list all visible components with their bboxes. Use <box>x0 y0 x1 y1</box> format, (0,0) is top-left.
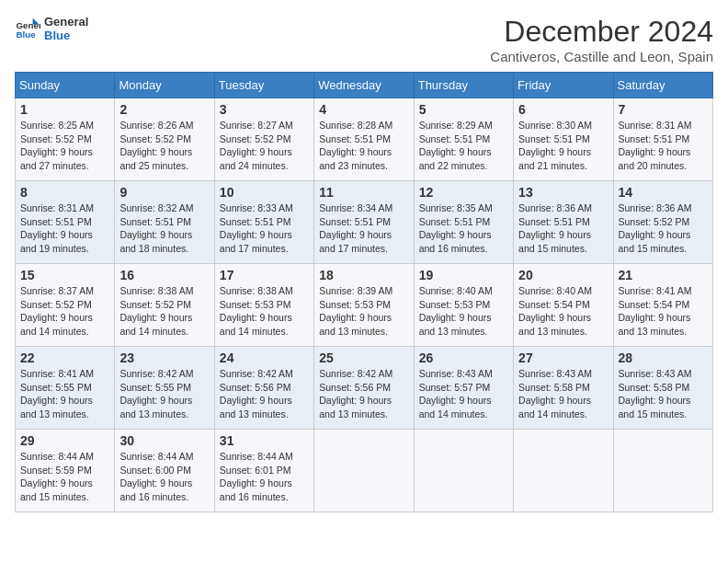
day-number: 5 <box>419 102 508 117</box>
list-item <box>514 430 613 512</box>
table-row: 22 Sunrise: 8:41 AM Sunset: 5:55 PM Dayl… <box>16 347 713 430</box>
day-number: 29 <box>20 433 109 448</box>
list-item: 1 Sunrise: 8:25 AM Sunset: 5:52 PM Dayli… <box>16 98 115 181</box>
day-number: 27 <box>518 350 608 365</box>
day-info: Sunrise: 8:43 AM Sunset: 5:58 PM Dayligh… <box>619 367 708 421</box>
day-info: Sunrise: 8:32 AM Sunset: 5:51 PM Dayligh… <box>119 201 209 256</box>
day-number: 6 <box>518 102 608 117</box>
col-thursday: Thursday <box>414 73 513 98</box>
table-row: 1 Sunrise: 8:25 AM Sunset: 5:52 PM Dayli… <box>16 98 713 181</box>
col-tuesday: Tuesday <box>214 73 313 98</box>
list-item: 4 Sunrise: 8:28 AM Sunset: 5:51 PM Dayli… <box>314 98 414 181</box>
list-item: 14 Sunrise: 8:36 AM Sunset: 5:52 PM Dayl… <box>613 181 712 264</box>
day-number: 14 <box>619 185 708 200</box>
logo: General Blue General Blue <box>15 15 88 42</box>
day-info: Sunrise: 8:27 AM Sunset: 5:52 PM Dayligh… <box>220 119 309 173</box>
day-number: 1 <box>20 102 109 117</box>
day-number: 31 <box>220 433 309 448</box>
list-item: 8 Sunrise: 8:31 AM Sunset: 5:51 PM Dayli… <box>16 181 115 264</box>
list-item: 13 Sunrise: 8:36 AM Sunset: 5:51 PM Dayl… <box>514 181 613 264</box>
list-item: 20 Sunrise: 8:40 AM Sunset: 5:54 PM Dayl… <box>514 264 613 347</box>
header-row: Sunday Monday Tuesday Wednesday Thursday… <box>16 73 713 98</box>
day-info: Sunrise: 8:38 AM Sunset: 5:52 PM Dayligh… <box>119 284 209 339</box>
day-info: Sunrise: 8:33 AM Sunset: 5:51 PM Dayligh… <box>220 201 309 256</box>
list-item: 26 Sunrise: 8:43 AM Sunset: 5:57 PM Dayl… <box>414 347 513 430</box>
list-item: 24 Sunrise: 8:42 AM Sunset: 5:56 PM Dayl… <box>214 347 313 430</box>
list-item <box>414 430 513 512</box>
day-info: Sunrise: 8:40 AM Sunset: 5:53 PM Dayligh… <box>419 284 508 339</box>
day-info: Sunrise: 8:44 AM Sunset: 5:59 PM Dayligh… <box>20 450 109 504</box>
title-area: December 2024 Cantiveros, Castille and L… <box>490 15 713 64</box>
day-info: Sunrise: 8:31 AM Sunset: 5:51 PM Dayligh… <box>619 119 708 173</box>
list-item: 28 Sunrise: 8:43 AM Sunset: 5:58 PM Dayl… <box>613 347 712 430</box>
col-saturday: Saturday <box>613 73 712 98</box>
day-info: Sunrise: 8:42 AM Sunset: 5:56 PM Dayligh… <box>220 367 309 421</box>
day-info: Sunrise: 8:41 AM Sunset: 5:55 PM Dayligh… <box>20 367 109 421</box>
day-number: 16 <box>119 268 209 282</box>
list-item: 17 Sunrise: 8:38 AM Sunset: 5:53 PM Dayl… <box>214 264 313 347</box>
list-item: 6 Sunrise: 8:30 AM Sunset: 5:51 PM Dayli… <box>514 98 613 181</box>
header: General Blue General Blue December 2024 … <box>15 15 713 64</box>
day-number: 20 <box>518 268 608 282</box>
list-item: 23 Sunrise: 8:42 AM Sunset: 5:55 PM Dayl… <box>115 347 214 430</box>
list-item: 3 Sunrise: 8:27 AM Sunset: 5:52 PM Dayli… <box>214 98 313 181</box>
list-item: 22 Sunrise: 8:41 AM Sunset: 5:55 PM Dayl… <box>16 347 115 430</box>
day-number: 19 <box>419 268 508 282</box>
day-info: Sunrise: 8:31 AM Sunset: 5:51 PM Dayligh… <box>20 201 109 256</box>
col-sunday: Sunday <box>16 73 115 98</box>
day-number: 23 <box>119 350 209 365</box>
list-item: 9 Sunrise: 8:32 AM Sunset: 5:51 PM Dayli… <box>115 181 214 264</box>
main-title: December 2024 <box>490 15 713 49</box>
day-info: Sunrise: 8:30 AM Sunset: 5:51 PM Dayligh… <box>518 119 608 173</box>
day-number: 8 <box>20 185 109 200</box>
day-info: Sunrise: 8:26 AM Sunset: 5:52 PM Dayligh… <box>119 119 209 173</box>
day-number: 22 <box>20 350 109 365</box>
day-number: 28 <box>619 350 708 365</box>
day-info: Sunrise: 8:36 AM Sunset: 5:52 PM Dayligh… <box>619 201 708 256</box>
col-monday: Monday <box>115 73 214 98</box>
list-item <box>613 430 712 512</box>
list-item: 11 Sunrise: 8:34 AM Sunset: 5:51 PM Dayl… <box>314 181 414 264</box>
table-row: 15 Sunrise: 8:37 AM Sunset: 5:52 PM Dayl… <box>16 264 713 347</box>
day-info: Sunrise: 8:28 AM Sunset: 5:51 PM Dayligh… <box>319 119 408 173</box>
day-number: 25 <box>319 350 408 365</box>
list-item: 12 Sunrise: 8:35 AM Sunset: 5:51 PM Dayl… <box>414 181 513 264</box>
day-info: Sunrise: 8:36 AM Sunset: 5:51 PM Dayligh… <box>518 201 608 256</box>
subtitle: Cantiveros, Castille and Leon, Spain <box>490 49 713 64</box>
list-item: 30 Sunrise: 8:44 AM Sunset: 6:00 PM Dayl… <box>115 430 214 512</box>
list-item: 16 Sunrise: 8:38 AM Sunset: 5:52 PM Dayl… <box>115 264 214 347</box>
day-number: 10 <box>220 185 309 200</box>
day-info: Sunrise: 8:41 AM Sunset: 5:54 PM Dayligh… <box>619 284 708 339</box>
list-item: 19 Sunrise: 8:40 AM Sunset: 5:53 PM Dayl… <box>414 264 513 347</box>
list-item: 27 Sunrise: 8:43 AM Sunset: 5:58 PM Dayl… <box>514 347 613 430</box>
list-item: 25 Sunrise: 8:42 AM Sunset: 5:56 PM Dayl… <box>314 347 414 430</box>
logo-icon: General Blue <box>15 16 40 41</box>
day-number: 2 <box>119 102 209 117</box>
day-info: Sunrise: 8:44 AM Sunset: 6:01 PM Dayligh… <box>220 450 309 504</box>
day-info: Sunrise: 8:35 AM Sunset: 5:51 PM Dayligh… <box>419 201 508 256</box>
day-info: Sunrise: 8:38 AM Sunset: 5:53 PM Dayligh… <box>220 284 309 339</box>
day-info: Sunrise: 8:39 AM Sunset: 5:53 PM Dayligh… <box>319 284 408 339</box>
day-number: 30 <box>119 433 209 448</box>
day-number: 4 <box>319 102 408 117</box>
day-info: Sunrise: 8:43 AM Sunset: 5:58 PM Dayligh… <box>518 367 608 421</box>
day-info: Sunrise: 8:40 AM Sunset: 5:54 PM Dayligh… <box>518 284 608 339</box>
day-number: 17 <box>220 268 309 282</box>
col-wednesday: Wednesday <box>314 73 414 98</box>
day-info: Sunrise: 8:34 AM Sunset: 5:51 PM Dayligh… <box>319 201 408 256</box>
day-number: 18 <box>319 268 408 282</box>
day-info: Sunrise: 8:43 AM Sunset: 5:57 PM Dayligh… <box>419 367 508 421</box>
list-item: 21 Sunrise: 8:41 AM Sunset: 5:54 PM Dayl… <box>613 264 712 347</box>
day-info: Sunrise: 8:25 AM Sunset: 5:52 PM Dayligh… <box>20 119 109 173</box>
list-item: 10 Sunrise: 8:33 AM Sunset: 5:51 PM Dayl… <box>214 181 313 264</box>
list-item <box>314 430 414 512</box>
day-info: Sunrise: 8:44 AM Sunset: 6:00 PM Dayligh… <box>119 450 209 504</box>
list-item: 31 Sunrise: 8:44 AM Sunset: 6:01 PM Dayl… <box>214 430 313 512</box>
list-item: 15 Sunrise: 8:37 AM Sunset: 5:52 PM Dayl… <box>16 264 115 347</box>
day-number: 9 <box>119 185 209 200</box>
svg-text:Blue: Blue <box>16 29 36 40</box>
list-item: 29 Sunrise: 8:44 AM Sunset: 5:59 PM Dayl… <box>16 430 115 512</box>
list-item: 7 Sunrise: 8:31 AM Sunset: 5:51 PM Dayli… <box>613 98 712 181</box>
table-row: 8 Sunrise: 8:31 AM Sunset: 5:51 PM Dayli… <box>16 181 713 264</box>
day-info: Sunrise: 8:29 AM Sunset: 5:51 PM Dayligh… <box>419 119 508 173</box>
